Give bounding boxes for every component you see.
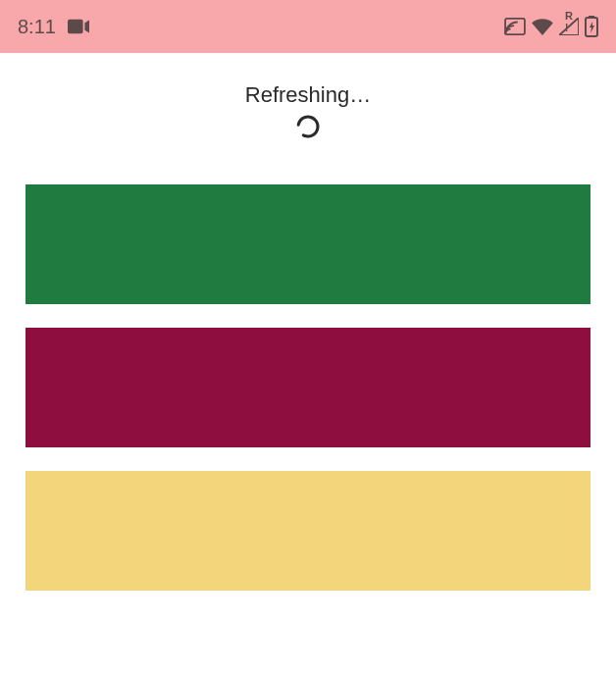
color-list[interactable] bbox=[0, 184, 616, 591]
main-content: Refreshing… bbox=[0, 53, 616, 591]
svg-text:!: ! bbox=[565, 23, 568, 33]
status-bar-left: 8:11 bbox=[18, 16, 89, 38]
status-bar: 8:11 ! R bbox=[0, 0, 616, 53]
list-item[interactable] bbox=[26, 471, 590, 591]
refresh-label: Refreshing… bbox=[245, 82, 371, 108]
list-item[interactable] bbox=[26, 328, 590, 447]
svg-rect-0 bbox=[68, 20, 83, 34]
roaming-badge: R bbox=[565, 10, 573, 22]
pull-to-refresh-indicator: Refreshing… bbox=[0, 82, 616, 139]
battery-charging-icon bbox=[585, 16, 598, 37]
status-time: 8:11 bbox=[18, 16, 56, 38]
status-bar-right: ! R bbox=[504, 16, 598, 37]
list-item[interactable] bbox=[26, 184, 590, 304]
svg-rect-4 bbox=[589, 16, 594, 19]
svg-point-5 bbox=[296, 115, 319, 137]
videocam-icon bbox=[68, 19, 89, 34]
cast-icon bbox=[504, 18, 526, 35]
wifi-icon bbox=[532, 18, 553, 35]
signal-roaming-icon: ! R bbox=[559, 18, 579, 35]
spinner-icon bbox=[295, 114, 321, 139]
